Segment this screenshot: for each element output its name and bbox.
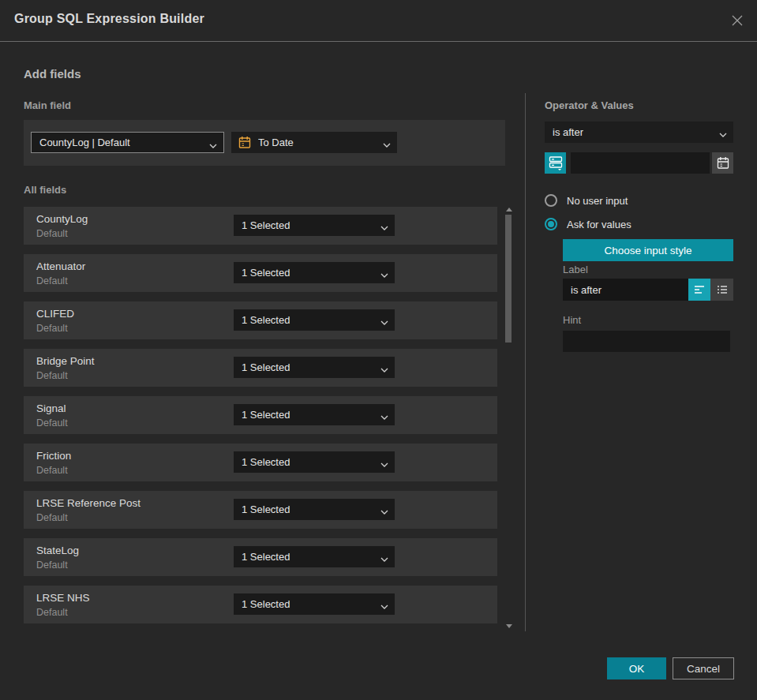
field-row: CLIFED Default 1 Selected — [24, 301, 497, 339]
field-type: Default — [36, 228, 68, 239]
chevron-down-icon — [380, 459, 388, 470]
ok-button[interactable]: OK — [607, 657, 666, 679]
radio-ask-for-values[interactable]: Ask for values — [545, 218, 631, 230]
chevron-down-icon — [380, 269, 388, 281]
main-field-select[interactable]: CountyLog | Default — [31, 132, 224, 153]
field-selected-dropdown[interactable]: 1 Selected — [234, 404, 395, 425]
choose-input-style-button[interactable]: Choose input style — [563, 239, 733, 261]
operator-select[interactable]: is after — [545, 122, 733, 143]
close-icon[interactable] — [729, 12, 746, 29]
field-row: CountyLog Default 1 Selected — [24, 207, 497, 245]
field-name: Attenuator — [36, 260, 85, 272]
chevron-down-icon — [380, 411, 388, 423]
main-field-select-value: CountyLog | Default — [39, 137, 130, 148]
field-name: Friction — [36, 450, 71, 462]
label-caption: Label — [563, 264, 588, 275]
calendar-icon — [238, 136, 251, 152]
field-type: Default — [36, 512, 68, 523]
all-fields-heading: All fields — [24, 184, 66, 196]
radio-selected-icon — [545, 218, 557, 230]
field-type: Default — [36, 465, 68, 476]
chevron-down-icon — [380, 553, 388, 565]
date-picker-button[interactable] — [712, 152, 733, 174]
chevron-down-icon — [209, 140, 217, 152]
text-input-style-button[interactable] — [688, 279, 710, 301]
dialog-titlebar: Group SQL Expression Builder — [0, 0, 757, 42]
cancel-button[interactable]: Cancel — [673, 657, 734, 679]
scroll-down-icon[interactable] — [506, 624, 512, 628]
hint-caption: Hint — [563, 314, 581, 326]
field-row: Signal Default 1 Selected — [24, 396, 497, 434]
radio-no-user-input[interactable]: No user input — [545, 194, 628, 207]
field-name: LRSE Reference Post — [36, 497, 141, 509]
scrollbar[interactable] — [504, 204, 515, 630]
operator-values-heading: Operator & Values — [545, 99, 634, 111]
field-selected-dropdown[interactable]: 1 Selected — [234, 451, 395, 473]
chevron-down-icon — [380, 364, 388, 376]
field-type: Default — [36, 607, 68, 618]
field-row: LRSE NHS Default 1 Selected — [24, 586, 497, 623]
field-row: Friction Default 1 Selected — [24, 444, 497, 481]
field-row: Bridge Point Default 1 Selected — [24, 349, 497, 387]
scrollbar-thumb[interactable] — [505, 215, 512, 343]
field-row: LRSE Reference Post Default 1 Selected — [24, 491, 497, 529]
main-field-heading: Main field — [24, 99, 71, 111]
all-fields-list: CountyLog Default 1 Selected Attenuator … — [24, 207, 497, 623]
chevron-down-icon — [380, 506, 388, 518]
field-type: Default — [36, 275, 68, 286]
field-name: Signal — [36, 402, 66, 414]
hint-input[interactable] — [563, 331, 730, 352]
chevron-down-icon — [383, 139, 391, 151]
scroll-up-icon[interactable] — [506, 208, 512, 211]
list-input-style-button[interactable] — [710, 279, 733, 301]
field-name: CountyLog — [36, 213, 88, 225]
field-selected-dropdown[interactable]: 1 Selected — [234, 262, 395, 283]
field-name: StateLog — [36, 545, 79, 556]
field-selected-dropdown[interactable]: 1 Selected — [234, 546, 395, 567]
field-type: Default — [36, 323, 68, 334]
chevron-down-icon — [380, 222, 388, 234]
radio-circle-icon — [545, 194, 557, 207]
main-field-panel: CountyLog | Default To Date — [24, 120, 505, 166]
operator-select-value: is after — [553, 126, 583, 138]
field-selected-dropdown[interactable]: 1 Selected — [234, 593, 395, 615]
chevron-down-icon — [380, 601, 388, 612]
field-selected-dropdown[interactable]: 1 Selected — [234, 357, 395, 378]
field-row: Attenuator Default 1 Selected — [24, 254, 497, 292]
field-name: CLIFED — [36, 308, 74, 320]
chevron-down-icon — [719, 129, 727, 140]
radio-label: Ask for values — [567, 219, 631, 230]
vertical-divider — [525, 93, 526, 631]
date-field-select-value: To Date — [258, 137, 294, 148]
chevron-down-icon — [380, 316, 388, 328]
field-selected-dropdown[interactable]: 1 Selected — [234, 309, 395, 331]
field-type: Default — [36, 560, 68, 571]
input-type-button[interactable] — [545, 152, 566, 174]
date-field-select[interactable]: To Date — [231, 132, 397, 153]
label-input[interactable] — [563, 279, 688, 301]
field-name: Bridge Point — [36, 355, 95, 367]
field-type: Default — [36, 417, 68, 429]
field-type: Default — [36, 370, 68, 381]
field-selected-dropdown[interactable]: 1 Selected — [234, 499, 395, 520]
field-selected-dropdown[interactable]: 1 Selected — [234, 215, 395, 236]
radio-label: No user input — [567, 195, 628, 207]
dialog-title: Group SQL Expression Builder — [14, 12, 204, 26]
add-fields-heading: Add fields — [24, 67, 81, 80]
field-name: LRSE NHS — [36, 592, 90, 604]
value-input[interactable] — [571, 152, 710, 174]
field-row: StateLog Default 1 Selected — [24, 538, 497, 576]
